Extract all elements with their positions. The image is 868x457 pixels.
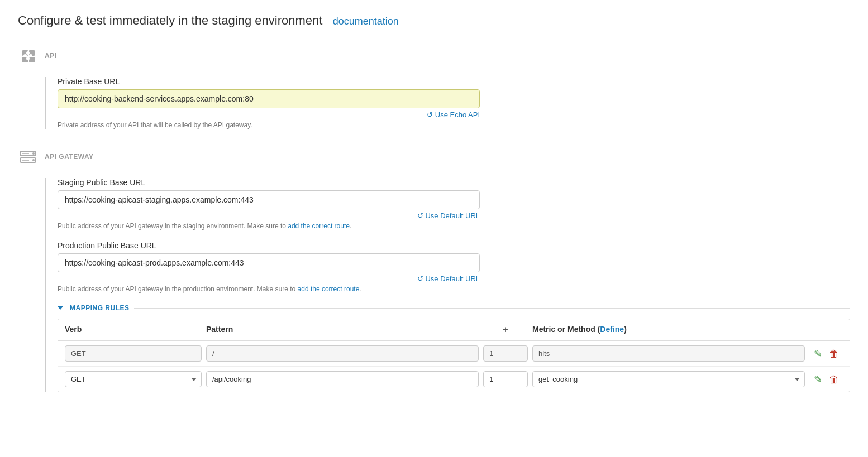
production-url-help: Public address of your API gateway in th… — [58, 285, 480, 293]
mapping-rules-toggle[interactable]: MAPPING RULES — [58, 304, 850, 312]
api-gateway-icon — [18, 147, 38, 167]
increment-input-2[interactable] — [483, 371, 528, 387]
private-base-url-group: Private Base URL ↺ Use Echo API Private … — [58, 77, 850, 129]
col-metric: Metric or Method (Define) — [532, 325, 805, 335]
pattern-input-2[interactable] — [206, 371, 479, 387]
verb-select-2[interactable]: GET POST PUT DELETE PATCH — [65, 371, 202, 387]
api-gateway-section-body: Staging Public Base URL ↺ Use Default UR… — [18, 178, 850, 392]
edit-row-2-button[interactable]: ✎ — [813, 373, 823, 386]
svg-rect-3 — [29, 57, 35, 62]
api-section-label: API — [45, 52, 57, 60]
col-plus: + — [483, 325, 528, 335]
private-base-url-input[interactable] — [58, 89, 480, 108]
delete-row-1-button[interactable]: 🗑 — [828, 348, 840, 360]
production-url-group: Production Public Base URL ↺ Use Default… — [58, 241, 850, 293]
mapping-rules-chevron-icon — [58, 306, 63, 310]
svg-point-6 — [29, 54, 32, 57]
col-verb: Verb — [65, 325, 202, 335]
increment-input-1 — [483, 345, 528, 362]
staging-url-group: Staging Public Base URL ↺ Use Default UR… — [58, 178, 850, 230]
mapping-table-header: Verb Pattern + Metric or Method (Define) — [58, 319, 850, 341]
api-gateway-section: API GATEWAY Staging Public Base URL ↺ Us… — [18, 147, 850, 392]
staging-url-label: Staging Public Base URL — [58, 178, 850, 187]
metric-select-2[interactable]: get_cooking hits — [532, 371, 805, 387]
delete-row-2-button[interactable]: 🗑 — [828, 373, 840, 386]
staging-url-help: Public address of your API gateway in th… — [58, 222, 480, 230]
production-use-default-link[interactable]: ↺ Use Default URL — [417, 275, 480, 283]
production-url-label: Production Public Base URL — [58, 241, 850, 250]
col-pattern: Pattern — [206, 325, 479, 335]
production-add-route-link[interactable]: add the correct route — [298, 285, 360, 293]
staging-url-input[interactable] — [58, 190, 480, 209]
table-row: GET POST PUT DELETE PATCH get_cooking hi… — [58, 367, 850, 392]
private-base-url-help: Private address of your API that will be… — [58, 121, 480, 129]
api-icon — [18, 46, 38, 66]
mapping-rules-table: Verb Pattern + Metric or Method (Define) — [58, 319, 850, 392]
api-section-body: Private Base URL ↺ Use Echo API Private … — [18, 77, 850, 129]
row-actions-1: ✎ 🗑 — [809, 348, 843, 360]
use-echo-api-link[interactable]: ↺ Use Echo API — [427, 110, 480, 119]
staging-use-default-link[interactable]: ↺ Use Default URL — [417, 211, 480, 220]
mapping-rules-section: MAPPING RULES Verb Pattern + Metric or M… — [58, 304, 850, 392]
staging-add-route-link[interactable]: add the correct route — [288, 222, 350, 230]
verb-input-1 — [65, 345, 202, 362]
svg-point-10 — [32, 152, 35, 155]
documentation-link[interactable]: documentation — [333, 16, 399, 27]
mapping-rules-title: MAPPING RULES — [70, 304, 130, 312]
api-gateway-section-header: API GATEWAY — [18, 147, 850, 167]
table-row: ✎ 🗑 — [58, 341, 850, 367]
svg-point-5 — [23, 54, 27, 57]
api-section-divider — [64, 56, 850, 56]
define-link[interactable]: Define — [600, 325, 624, 334]
svg-point-4 — [26, 51, 30, 55]
metric-input-1 — [532, 345, 805, 362]
row-actions-2: ✎ 🗑 — [809, 373, 843, 386]
private-base-url-label: Private Base URL — [58, 77, 850, 86]
api-gateway-section-label: API GATEWAY — [45, 153, 94, 161]
api-section-header: API — [18, 46, 850, 66]
api-section: API Private Base URL ↺ Use Echo API Priv… — [18, 46, 850, 129]
page-title: Configure & test immediately in the stag… — [18, 13, 850, 28]
svg-point-7 — [26, 57, 30, 60]
edit-row-1-button[interactable]: ✎ — [813, 348, 823, 360]
production-url-input[interactable] — [58, 253, 480, 272]
svg-point-11 — [32, 159, 35, 161]
api-gateway-section-divider — [101, 157, 850, 157]
pattern-input-1 — [206, 345, 479, 362]
